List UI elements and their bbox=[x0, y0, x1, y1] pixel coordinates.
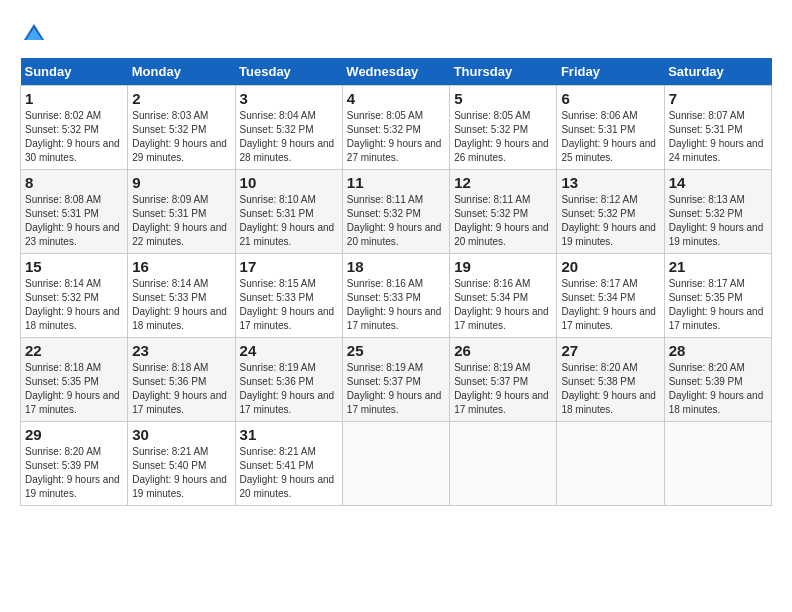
day-info: Sunrise: 8:07 AMSunset: 5:31 PMDaylight:… bbox=[669, 109, 767, 165]
calendar-day-24: 24Sunrise: 8:19 AMSunset: 5:36 PMDayligh… bbox=[235, 338, 342, 422]
day-number: 21 bbox=[669, 258, 767, 275]
day-number: 8 bbox=[25, 174, 123, 191]
calendar-day-28: 28Sunrise: 8:20 AMSunset: 5:39 PMDayligh… bbox=[664, 338, 771, 422]
col-header-tuesday: Tuesday bbox=[235, 58, 342, 86]
day-info: Sunrise: 8:19 AMSunset: 5:37 PMDaylight:… bbox=[347, 361, 445, 417]
calendar-day-19: 19Sunrise: 8:16 AMSunset: 5:34 PMDayligh… bbox=[450, 254, 557, 338]
day-number: 9 bbox=[132, 174, 230, 191]
day-info: Sunrise: 8:05 AMSunset: 5:32 PMDaylight:… bbox=[454, 109, 552, 165]
calendar-week-row: 15Sunrise: 8:14 AMSunset: 5:32 PMDayligh… bbox=[21, 254, 772, 338]
day-number: 25 bbox=[347, 342, 445, 359]
day-info: Sunrise: 8:21 AMSunset: 5:40 PMDaylight:… bbox=[132, 445, 230, 501]
calendar-week-row: 1Sunrise: 8:02 AMSunset: 5:32 PMDaylight… bbox=[21, 86, 772, 170]
calendar-day-3: 3Sunrise: 8:04 AMSunset: 5:32 PMDaylight… bbox=[235, 86, 342, 170]
day-info: Sunrise: 8:14 AMSunset: 5:33 PMDaylight:… bbox=[132, 277, 230, 333]
day-info: Sunrise: 8:09 AMSunset: 5:31 PMDaylight:… bbox=[132, 193, 230, 249]
day-info: Sunrise: 8:05 AMSunset: 5:32 PMDaylight:… bbox=[347, 109, 445, 165]
calendar-day-30: 30Sunrise: 8:21 AMSunset: 5:40 PMDayligh… bbox=[128, 422, 235, 506]
calendar-day-31: 31Sunrise: 8:21 AMSunset: 5:41 PMDayligh… bbox=[235, 422, 342, 506]
col-header-sunday: Sunday bbox=[21, 58, 128, 86]
calendar-day-12: 12Sunrise: 8:11 AMSunset: 5:32 PMDayligh… bbox=[450, 170, 557, 254]
day-number: 24 bbox=[240, 342, 338, 359]
day-info: Sunrise: 8:18 AMSunset: 5:35 PMDaylight:… bbox=[25, 361, 123, 417]
calendar-day-11: 11Sunrise: 8:11 AMSunset: 5:32 PMDayligh… bbox=[342, 170, 449, 254]
logo-icon bbox=[20, 20, 48, 48]
day-info: Sunrise: 8:08 AMSunset: 5:31 PMDaylight:… bbox=[25, 193, 123, 249]
day-info: Sunrise: 8:17 AMSunset: 5:35 PMDaylight:… bbox=[669, 277, 767, 333]
page-header bbox=[20, 20, 772, 48]
day-info: Sunrise: 8:17 AMSunset: 5:34 PMDaylight:… bbox=[561, 277, 659, 333]
day-number: 5 bbox=[454, 90, 552, 107]
day-number: 29 bbox=[25, 426, 123, 443]
day-info: Sunrise: 8:18 AMSunset: 5:36 PMDaylight:… bbox=[132, 361, 230, 417]
day-number: 22 bbox=[25, 342, 123, 359]
day-info: Sunrise: 8:13 AMSunset: 5:32 PMDaylight:… bbox=[669, 193, 767, 249]
calendar-day-26: 26Sunrise: 8:19 AMSunset: 5:37 PMDayligh… bbox=[450, 338, 557, 422]
calendar-day-10: 10Sunrise: 8:10 AMSunset: 5:31 PMDayligh… bbox=[235, 170, 342, 254]
logo bbox=[20, 20, 52, 48]
day-info: Sunrise: 8:16 AMSunset: 5:34 PMDaylight:… bbox=[454, 277, 552, 333]
calendar-day-16: 16Sunrise: 8:14 AMSunset: 5:33 PMDayligh… bbox=[128, 254, 235, 338]
calendar-day-17: 17Sunrise: 8:15 AMSunset: 5:33 PMDayligh… bbox=[235, 254, 342, 338]
calendar-day-8: 8Sunrise: 8:08 AMSunset: 5:31 PMDaylight… bbox=[21, 170, 128, 254]
day-info: Sunrise: 8:11 AMSunset: 5:32 PMDaylight:… bbox=[454, 193, 552, 249]
calendar-day-empty bbox=[664, 422, 771, 506]
day-number: 15 bbox=[25, 258, 123, 275]
day-info: Sunrise: 8:03 AMSunset: 5:32 PMDaylight:… bbox=[132, 109, 230, 165]
day-info: Sunrise: 8:20 AMSunset: 5:38 PMDaylight:… bbox=[561, 361, 659, 417]
calendar-day-18: 18Sunrise: 8:16 AMSunset: 5:33 PMDayligh… bbox=[342, 254, 449, 338]
calendar-day-empty bbox=[450, 422, 557, 506]
calendar-day-15: 15Sunrise: 8:14 AMSunset: 5:32 PMDayligh… bbox=[21, 254, 128, 338]
calendar-day-empty bbox=[342, 422, 449, 506]
calendar-week-row: 29Sunrise: 8:20 AMSunset: 5:39 PMDayligh… bbox=[21, 422, 772, 506]
col-header-friday: Friday bbox=[557, 58, 664, 86]
col-header-saturday: Saturday bbox=[664, 58, 771, 86]
day-number: 18 bbox=[347, 258, 445, 275]
calendar-day-29: 29Sunrise: 8:20 AMSunset: 5:39 PMDayligh… bbox=[21, 422, 128, 506]
day-number: 23 bbox=[132, 342, 230, 359]
calendar-day-27: 27Sunrise: 8:20 AMSunset: 5:38 PMDayligh… bbox=[557, 338, 664, 422]
day-number: 27 bbox=[561, 342, 659, 359]
day-number: 30 bbox=[132, 426, 230, 443]
day-info: Sunrise: 8:04 AMSunset: 5:32 PMDaylight:… bbox=[240, 109, 338, 165]
day-info: Sunrise: 8:12 AMSunset: 5:32 PMDaylight:… bbox=[561, 193, 659, 249]
day-number: 14 bbox=[669, 174, 767, 191]
col-header-monday: Monday bbox=[128, 58, 235, 86]
day-number: 6 bbox=[561, 90, 659, 107]
day-number: 28 bbox=[669, 342, 767, 359]
day-number: 12 bbox=[454, 174, 552, 191]
day-info: Sunrise: 8:19 AMSunset: 5:36 PMDaylight:… bbox=[240, 361, 338, 417]
day-number: 2 bbox=[132, 90, 230, 107]
day-info: Sunrise: 8:06 AMSunset: 5:31 PMDaylight:… bbox=[561, 109, 659, 165]
day-number: 20 bbox=[561, 258, 659, 275]
calendar-day-2: 2Sunrise: 8:03 AMSunset: 5:32 PMDaylight… bbox=[128, 86, 235, 170]
day-info: Sunrise: 8:11 AMSunset: 5:32 PMDaylight:… bbox=[347, 193, 445, 249]
calendar-day-1: 1Sunrise: 8:02 AMSunset: 5:32 PMDaylight… bbox=[21, 86, 128, 170]
day-number: 19 bbox=[454, 258, 552, 275]
calendar-table: SundayMondayTuesdayWednesdayThursdayFrid… bbox=[20, 58, 772, 506]
calendar-day-6: 6Sunrise: 8:06 AMSunset: 5:31 PMDaylight… bbox=[557, 86, 664, 170]
col-header-wednesday: Wednesday bbox=[342, 58, 449, 86]
day-number: 31 bbox=[240, 426, 338, 443]
calendar-day-21: 21Sunrise: 8:17 AMSunset: 5:35 PMDayligh… bbox=[664, 254, 771, 338]
day-info: Sunrise: 8:14 AMSunset: 5:32 PMDaylight:… bbox=[25, 277, 123, 333]
day-number: 1 bbox=[25, 90, 123, 107]
calendar-day-13: 13Sunrise: 8:12 AMSunset: 5:32 PMDayligh… bbox=[557, 170, 664, 254]
day-info: Sunrise: 8:19 AMSunset: 5:37 PMDaylight:… bbox=[454, 361, 552, 417]
calendar-day-25: 25Sunrise: 8:19 AMSunset: 5:37 PMDayligh… bbox=[342, 338, 449, 422]
day-number: 10 bbox=[240, 174, 338, 191]
calendar-day-9: 9Sunrise: 8:09 AMSunset: 5:31 PMDaylight… bbox=[128, 170, 235, 254]
col-header-thursday: Thursday bbox=[450, 58, 557, 86]
day-info: Sunrise: 8:15 AMSunset: 5:33 PMDaylight:… bbox=[240, 277, 338, 333]
calendar-day-14: 14Sunrise: 8:13 AMSunset: 5:32 PMDayligh… bbox=[664, 170, 771, 254]
calendar-day-22: 22Sunrise: 8:18 AMSunset: 5:35 PMDayligh… bbox=[21, 338, 128, 422]
day-info: Sunrise: 8:02 AMSunset: 5:32 PMDaylight:… bbox=[25, 109, 123, 165]
day-number: 7 bbox=[669, 90, 767, 107]
day-info: Sunrise: 8:21 AMSunset: 5:41 PMDaylight:… bbox=[240, 445, 338, 501]
calendar-header-row: SundayMondayTuesdayWednesdayThursdayFrid… bbox=[21, 58, 772, 86]
day-number: 13 bbox=[561, 174, 659, 191]
calendar-day-empty bbox=[557, 422, 664, 506]
day-info: Sunrise: 8:20 AMSunset: 5:39 PMDaylight:… bbox=[25, 445, 123, 501]
day-number: 11 bbox=[347, 174, 445, 191]
day-number: 17 bbox=[240, 258, 338, 275]
